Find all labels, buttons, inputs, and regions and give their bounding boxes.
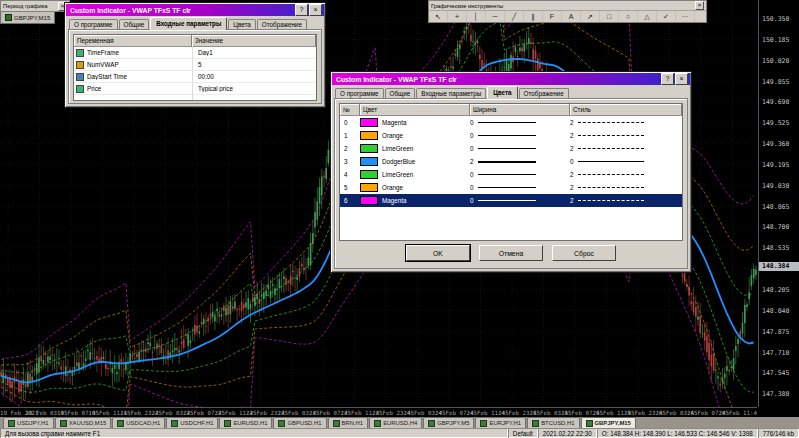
reset-button[interactable]: Сброс xyxy=(552,245,616,261)
chart-tab-EURUSD,H4[interactable]: EURUSD,H4 xyxy=(369,417,422,428)
help-icon[interactable]: ? xyxy=(661,73,674,85)
column-style[interactable]: Стиль xyxy=(570,104,682,115)
column-variable[interactable]: Переменная xyxy=(74,35,192,46)
width-sample xyxy=(478,187,536,188)
chart-tab-BTCUSD,H1[interactable]: BTCUSD,H1 xyxy=(527,417,579,428)
cancel-button[interactable]: Отмена xyxy=(479,245,543,261)
ok-button[interactable]: OK xyxy=(406,245,470,261)
arrow-icon[interactable]: ↗ xyxy=(581,11,600,22)
chart-tab-EURJPY,H1[interactable]: EURJPY,H1 xyxy=(475,417,526,428)
column-color[interactable]: Цвет xyxy=(360,104,470,115)
colors-tab[interactable]: Цвета xyxy=(487,86,517,99)
width-sample xyxy=(478,135,536,136)
parameter-row[interactable]: NumVWAP5 xyxy=(74,59,316,71)
chart-icon xyxy=(480,420,487,427)
width-cell: 0 xyxy=(470,184,570,191)
horizontal-line-icon[interactable]: ─ xyxy=(486,11,505,22)
cursor-icon[interactable]: ↖ xyxy=(429,11,448,22)
parameters-list[interactable]: Переменная Значение TimeFrameDay1NumVWAP… xyxy=(73,34,317,101)
color-rows: 0Magenta021Orange022LimeGreen023DodgerBl… xyxy=(340,116,682,207)
help-icon[interactable]: ? xyxy=(295,4,308,16)
more-tools-icon[interactable]: ⋯ xyxy=(676,11,695,22)
dialog-buttons: OK Отмена Сброс xyxy=(335,245,687,261)
row-index: 2 xyxy=(340,145,360,152)
close-icon[interactable]: × xyxy=(309,4,322,16)
chart-tab-label: GBPJPY,M15 xyxy=(595,420,631,426)
chart-tab-GBPJPY,M15[interactable]: GBPJPY,M15 xyxy=(581,417,636,428)
chart-tab-BRN,H1[interactable]: BRN,H1 xyxy=(328,417,369,428)
price-label: 149.855 xyxy=(762,78,789,86)
width-value: 0 xyxy=(470,145,474,152)
trendline-icon[interactable]: ╱ xyxy=(505,11,524,22)
color-cell: Magenta xyxy=(360,118,470,127)
row-index: 0 xyxy=(340,119,360,126)
check-icon[interactable]: ✓ xyxy=(657,11,676,22)
color-row[interactable]: 6Magenta02 xyxy=(340,194,682,207)
rectangle-icon[interactable]: □ xyxy=(600,11,619,22)
color-row[interactable]: 0Magenta02 xyxy=(340,116,682,129)
chart-tab-USDCHF,H1[interactable]: USDCHF,H1 xyxy=(166,417,218,428)
price-label: 149.690 xyxy=(762,98,789,106)
dialog-titlebar[interactable]: Custom Indicator - VWAP TFxS TF clr ? × xyxy=(66,4,324,16)
status-profile[interactable]: Default xyxy=(508,428,538,438)
toolbar-title: Графические инструменты xyxy=(431,3,693,9)
equidistant-channel-icon[interactable]: ∥ xyxy=(524,11,543,22)
inputs-tab[interactable]: Входные параметры xyxy=(150,17,227,30)
column-value[interactable]: Значение xyxy=(192,35,316,46)
graphic-tools-row: ↖+│─╱∥FA↗□○△✓⋯ xyxy=(429,11,706,22)
color-row[interactable]: 5Orange02 xyxy=(340,181,682,194)
price-label: 149.525 xyxy=(762,119,789,127)
row-index: 3 xyxy=(340,158,360,165)
width-sample xyxy=(478,148,536,149)
chart-tab-GBPUSD,H1[interactable]: GBPUSD,H1 xyxy=(273,417,326,428)
color-row[interactable]: 3DodgerBlue20 xyxy=(340,155,682,168)
current-price-marker: 148.384 xyxy=(759,262,799,271)
crosshair-icon[interactable]: + xyxy=(448,11,467,22)
ellipse-icon[interactable]: ○ xyxy=(619,11,638,22)
time-label: 26 Feb 11:45 xyxy=(719,410,758,416)
status-datetime: 2021.02.22 22:30 xyxy=(538,428,597,438)
close-icon[interactable]: × xyxy=(695,1,704,10)
color-row[interactable]: 2LimeGreen02 xyxy=(340,142,682,155)
triangle-icon[interactable]: △ xyxy=(638,11,657,22)
price-label: 148.040 xyxy=(762,307,789,315)
color-swatch xyxy=(360,131,378,140)
style-value: 2 xyxy=(570,197,574,204)
parameter-rows: TimeFrameDay1NumVWAP5DayStart Time00:00P… xyxy=(74,47,316,95)
column-number[interactable]: № xyxy=(340,104,360,115)
chart-tab-label: USDCHF,H1 xyxy=(180,420,213,426)
style-cell: 2 xyxy=(570,184,682,191)
chart-tab-GBPJPY,M5[interactable]: GBPJPY,M5 xyxy=(423,417,474,428)
chart-tab-XAUUSD,M15[interactable]: XAUUSD,M15 xyxy=(55,417,112,428)
price-scale[interactable]: 150.350150.185150.020149.855149.690149.5… xyxy=(758,0,799,407)
chart-tab-label: USDCAD,H1 xyxy=(126,420,160,426)
vertical-line-icon[interactable]: │ xyxy=(467,11,486,22)
width-cell: 0 xyxy=(470,171,570,178)
chart-tab-USDCAD,H1[interactable]: USDCAD,H1 xyxy=(112,417,165,428)
chart-tab-label: EURJPY,H1 xyxy=(489,420,521,426)
column-width[interactable]: Ширина xyxy=(470,104,570,115)
style-value: 2 xyxy=(570,145,574,152)
parameter-type-icon xyxy=(76,49,84,57)
chart-icon xyxy=(5,14,12,21)
parameter-row[interactable]: DayStart Time00:00 xyxy=(74,71,316,83)
fibonacci-icon[interactable]: F xyxy=(543,11,562,22)
parameter-row[interactable]: TimeFrameDay1 xyxy=(74,47,316,59)
price-label: 147.380 xyxy=(762,390,789,398)
chart-tab-USDJPY,H1[interactable]: USDJPY,H1 xyxy=(3,417,54,428)
chart-icon xyxy=(374,420,381,427)
price-label: 147.710 xyxy=(762,349,789,357)
color-row[interactable]: 4LimeGreen02 xyxy=(340,168,682,181)
colors-list[interactable]: № Цвет Ширина Стиль 0Magenta021Orange022… xyxy=(339,103,683,241)
parameter-row[interactable]: PriceTypical price xyxy=(74,83,316,95)
color-row[interactable]: 1Orange02 xyxy=(340,129,682,142)
text-label-icon[interactable]: A xyxy=(562,11,581,22)
style-value: 2 xyxy=(570,184,574,191)
chart-tab-EURUSD,H1[interactable]: EURUSD,H1 xyxy=(219,417,272,428)
chart-window-tab[interactable]: GBPJPY,M15 xyxy=(0,11,55,24)
dialog-titlebar[interactable]: Custom Indicator - VWAP TFxS TF clr ? × xyxy=(332,73,690,85)
list-header: Переменная Значение xyxy=(74,35,316,47)
width-sample xyxy=(478,200,536,201)
close-icon[interactable]: × xyxy=(675,73,688,85)
toolbar-chart-period: Период графика × xyxy=(0,0,70,12)
